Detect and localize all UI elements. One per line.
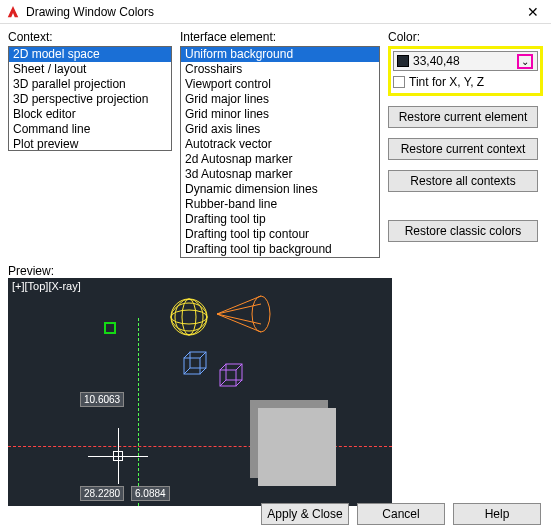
wireframe-shapes-icon <box>178 348 258 398</box>
solid-cube-icon <box>258 408 336 486</box>
restore-all-contexts-button[interactable]: Restore all contexts <box>388 170 538 192</box>
axis-marker-icon <box>104 322 116 334</box>
apply-close-button[interactable]: Apply & Close <box>261 503 349 525</box>
svg-line-20 <box>220 380 226 386</box>
svg-point-1 <box>171 310 207 324</box>
interface-item[interactable]: Uniform background <box>181 47 379 62</box>
svg-line-18 <box>220 364 226 370</box>
interface-item[interactable]: Grid axis lines <box>181 122 379 137</box>
context-item[interactable]: Plot preview <box>9 137 171 151</box>
cursor-box-icon <box>113 451 123 461</box>
title-bar: Drawing Window Colors ✕ <box>0 0 551 24</box>
context-listbox[interactable]: 2D model space Sheet / layout 3D paralle… <box>8 46 172 151</box>
tint-label: Tint for X, Y, Z <box>409 75 484 89</box>
svg-point-3 <box>175 299 203 335</box>
context-item[interactable]: 2D model space <box>9 47 171 62</box>
chevron-down-icon[interactable]: ⌄ <box>517 54 533 69</box>
wireframe-cone-icon <box>213 290 273 338</box>
axis-y-line <box>138 318 139 506</box>
restore-current-element-button[interactable]: Restore current element <box>388 106 538 128</box>
preview-coord-1: 10.6063 <box>80 392 124 407</box>
help-button[interactable]: Help <box>453 503 541 525</box>
interface-item[interactable]: Drafting tool tip contour <box>181 227 379 242</box>
svg-point-2 <box>182 299 196 335</box>
svg-line-13 <box>200 352 206 358</box>
interface-item[interactable]: Grid major lines <box>181 92 379 107</box>
interface-item[interactable]: Drafting tool tip background <box>181 242 379 257</box>
app-logo-icon <box>6 5 20 19</box>
interface-item[interactable]: 2d Autosnap marker <box>181 152 379 167</box>
interface-item[interactable]: Control vertices hull <box>181 257 379 258</box>
context-item[interactable]: 3D parallel projection <box>9 77 171 92</box>
color-label: Color: <box>388 30 543 44</box>
interface-item[interactable]: Grid minor lines <box>181 107 379 122</box>
context-item[interactable]: Command line <box>9 122 171 137</box>
color-highlight-box: 33,40,48 ⌄ Tint for X, Y, Z <box>388 46 543 96</box>
cancel-button[interactable]: Cancel <box>357 503 445 525</box>
preview-hud: [+][Top][X-ray] <box>12 280 81 292</box>
interface-item[interactable]: Drafting tool tip <box>181 212 379 227</box>
context-item[interactable]: Sheet / layout <box>9 62 171 77</box>
restore-classic-colors-button[interactable]: Restore classic colors <box>388 220 538 242</box>
preview-coord-2a: 28.2280 <box>80 486 124 501</box>
preview-pane: [+][Top][X-ray] <box>8 278 392 506</box>
tint-checkbox[interactable] <box>393 76 405 88</box>
svg-point-5 <box>252 296 270 332</box>
context-label: Context: <box>8 30 172 44</box>
close-icon[interactable]: ✕ <box>521 4 545 20</box>
restore-current-context-button[interactable]: Restore current context <box>388 138 538 160</box>
interface-item[interactable]: Dynamic dimension lines <box>181 182 379 197</box>
svg-line-15 <box>200 368 206 374</box>
interface-listbox[interactable]: Uniform background Crosshairs Viewport c… <box>180 46 380 258</box>
interface-item[interactable]: Viewport control <box>181 77 379 92</box>
interface-item[interactable]: 3d Autosnap marker <box>181 167 379 182</box>
svg-line-19 <box>236 364 242 370</box>
wireframe-sphere-icon <box>168 296 210 338</box>
preview-coord-2b: 6.0884 <box>131 486 170 501</box>
svg-point-4 <box>171 303 207 331</box>
svg-point-0 <box>171 299 207 335</box>
interface-label: Interface element: <box>180 30 380 44</box>
interface-item[interactable]: Autotrack vector <box>181 137 379 152</box>
color-value: 33,40,48 <box>413 54 460 68</box>
color-dropdown[interactable]: 33,40,48 ⌄ <box>393 51 538 71</box>
dialog-button-bar: Apply & Close Cancel Help <box>0 503 551 525</box>
svg-line-12 <box>184 352 190 358</box>
context-item[interactable]: 3D perspective projection <box>9 92 171 107</box>
preview-label: Preview: <box>8 264 543 278</box>
svg-line-14 <box>184 368 190 374</box>
context-item[interactable]: Block editor <box>9 107 171 122</box>
svg-line-21 <box>236 380 242 386</box>
interface-item[interactable]: Rubber-band line <box>181 197 379 212</box>
window-title: Drawing Window Colors <box>26 5 521 19</box>
interface-item[interactable]: Crosshairs <box>181 62 379 77</box>
color-swatch-icon <box>397 55 409 67</box>
